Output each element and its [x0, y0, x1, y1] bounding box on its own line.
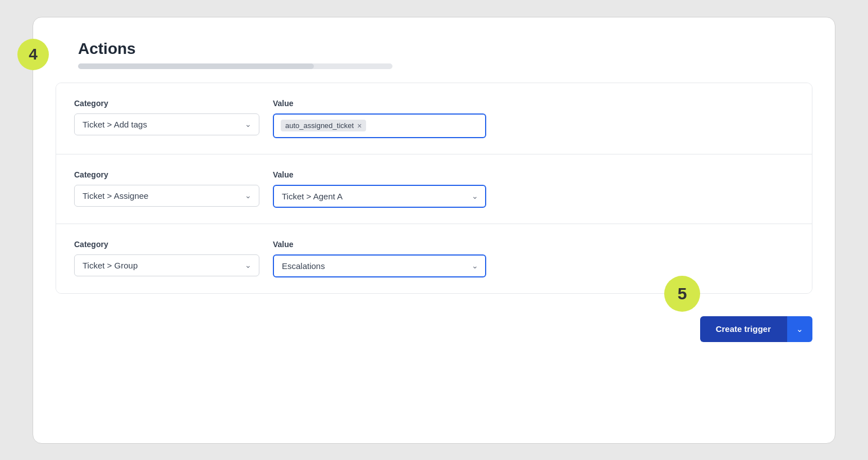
main-card: 4 Actions Category Ticket > Add tags ⌄ [33, 17, 835, 444]
row-3-value-label: Value [273, 240, 486, 249]
row-2-value-label: Value [273, 170, 486, 179]
progress-bar-container [78, 63, 392, 69]
progress-bar-fill [78, 63, 314, 69]
step-4-badge: 4 [17, 39, 49, 70]
bottom-bar: 5 Create trigger ⌄ [56, 316, 812, 342]
action-rows: Category Ticket > Add tags ⌄ Value auto_… [56, 83, 812, 294]
row-2-category-group: Category Ticket > Assignee ⌄ [74, 170, 259, 207]
action-row-1: Category Ticket > Add tags ⌄ Value auto_… [56, 83, 812, 154]
create-trigger-button[interactable]: Create trigger [700, 316, 787, 342]
tag-chip-label: auto_assigned_ticket [285, 121, 354, 130]
row-2-category-select[interactable]: Ticket > Assignee [74, 185, 259, 207]
row-2-value-group: Value Ticket > Agent A ⌄ [273, 170, 486, 208]
row-1-value-label: Value [273, 99, 486, 108]
row-1-category-label: Category [74, 99, 259, 108]
dropdown-chevron-icon: ⌄ [796, 324, 803, 334]
row-1-category-group: Category Ticket > Add tags ⌄ [74, 99, 259, 135]
row-1-value-group: Value auto_assigned_ticket × [273, 99, 486, 138]
action-row-2: Category Ticket > Assignee ⌄ Value Ticke… [56, 154, 812, 224]
row-2-category-label: Category [74, 170, 259, 179]
row-3-value-select[interactable]: Escalations [273, 254, 486, 277]
remove-tag-icon[interactable]: × [357, 122, 362, 130]
row-2-value-wrapper[interactable]: Ticket > Agent A ⌄ [273, 185, 486, 208]
create-trigger-btn-group: Create trigger ⌄ [700, 316, 812, 342]
step-5-badge: 5 [664, 276, 700, 312]
row-1-category-select[interactable]: Ticket > Add tags [74, 113, 259, 135]
row-1-category-wrapper[interactable]: Ticket > Add tags ⌄ [74, 113, 259, 135]
row-1-fields: Category Ticket > Add tags ⌄ Value auto_… [74, 99, 794, 138]
row-3-category-wrapper[interactable]: Ticket > Group ⌄ [74, 254, 259, 276]
tag-chip-auto-assigned: auto_assigned_ticket × [281, 120, 366, 131]
row-2-value-select[interactable]: Ticket > Agent A [273, 185, 486, 208]
row-3-category-label: Category [74, 240, 259, 249]
row-3-fields: Category Ticket > Group ⌄ Value Escalati… [74, 240, 794, 277]
page-title: Actions [78, 40, 812, 58]
row-1-tag-input[interactable]: auto_assigned_ticket × [273, 113, 486, 138]
row-2-fields: Category Ticket > Assignee ⌄ Value Ticke… [74, 170, 794, 208]
create-trigger-dropdown-button[interactable]: ⌄ [787, 316, 812, 342]
header-section: Actions [78, 40, 812, 69]
row-3-category-select[interactable]: Ticket > Group [74, 254, 259, 276]
row-3-value-group: Value Escalations ⌄ [273, 240, 486, 277]
row-2-category-wrapper[interactable]: Ticket > Assignee ⌄ [74, 185, 259, 207]
action-row-3: Category Ticket > Group ⌄ Value Escalati… [56, 224, 812, 293]
row-3-value-wrapper[interactable]: Escalations ⌄ [273, 254, 486, 277]
row-3-category-group: Category Ticket > Group ⌄ [74, 240, 259, 276]
